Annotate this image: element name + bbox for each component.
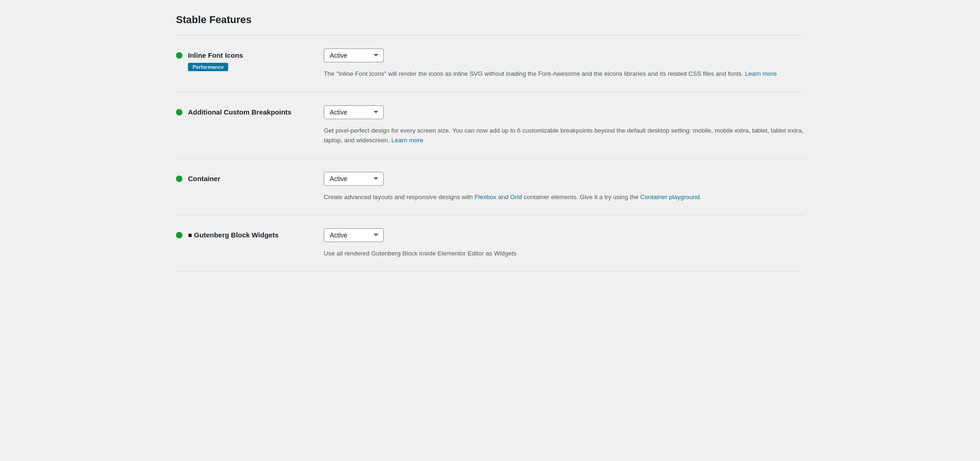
feature-right: Active Inactive The "Inline Font Icons" … [324,49,804,79]
status-dropdown-gutenberg[interactable]: Active Inactive [324,228,384,242]
feature-name: Container [188,174,220,183]
feature-left: Inline Font Icons Performance [176,49,324,71]
status-dropdown-custom-breakpoints[interactable]: Active Inactive [324,105,384,119]
flexbox-link[interactable]: Flexbox [474,194,496,200]
learn-more-link[interactable]: Learn more [745,70,777,77]
feature-name-block: Inline Font Icons Performance [188,50,243,71]
feature-row-custom-breakpoints: Additional Custom Breakpoints Active Ina… [176,92,804,159]
status-dot-active [176,232,182,238]
feature-description: The "Inline Font Icons" will render the … [324,69,804,79]
active-select: Active Inactive [324,105,384,119]
feature-description: Create advanced layouts and responsive d… [324,192,804,202]
feature-description: Get pixel-perfect design for every scree… [324,126,804,146]
feature-name-block: Additional Custom Breakpoints [188,107,291,117]
feature-name: ■Gutenberg Block Widgets [188,230,278,240]
features-list: Inline Font Icons Performance Active Ina… [176,35,804,272]
feature-right: Active Inactive Get pixel-perfect design… [324,105,804,146]
grid-link[interactable]: Grid [510,194,522,200]
page-container: Stable Features Inline Font Icons Perfor… [167,0,813,272]
feature-right: Active Inactive Create advanced layouts … [324,172,804,202]
active-select: Active Inactive [324,172,384,186]
feature-row-gutenberg-block-widgets: ■Gutenberg Block Widgets Active Inactive… [176,215,804,272]
feature-name-block: Container [188,174,220,183]
container-playground-link[interactable]: Container playground [640,194,700,200]
feature-left: ■Gutenberg Block Widgets [176,228,324,240]
performance-badge: Performance [188,63,228,71]
status-dropdown-container[interactable]: Active Inactive [324,172,384,186]
status-dot-active [176,52,182,59]
feature-row-inline-font-icons: Inline Font Icons Performance Active Ina… [176,35,804,92]
section-title: Stable Features [176,9,804,26]
learn-more-link[interactable]: Learn more [391,137,423,144]
status-dot-active [176,109,182,115]
feature-left: Container [176,172,324,183]
status-dropdown-inline-font-icons[interactable]: Active Inactive [324,49,384,62]
active-select: Active Inactive [324,228,384,242]
active-select: Active Inactive [324,49,384,62]
gutenberg-icon: ■ [188,231,192,239]
status-dot-active [176,176,182,182]
feature-name: Additional Custom Breakpoints [188,107,291,117]
feature-left: Additional Custom Breakpoints [176,105,324,117]
feature-description: Use all rendered Gutenberg Block inside … [324,249,804,259]
feature-name-block: ■Gutenberg Block Widgets [188,230,278,240]
feature-name: Inline Font Icons [188,50,243,60]
feature-right: Active Inactive Use all rendered Gutenbe… [324,228,804,259]
feature-row-container: Container Active Inactive Create advance… [176,159,804,216]
